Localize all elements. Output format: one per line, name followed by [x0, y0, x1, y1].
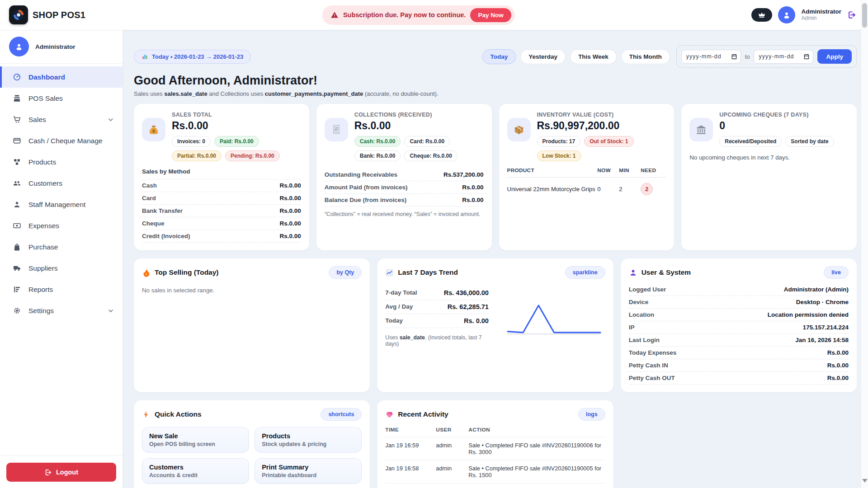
- stock-now: 0: [597, 186, 619, 192]
- kv-label: Avg / Day: [385, 303, 413, 310]
- kv-value: Location permission denied: [768, 311, 849, 318]
- kv-label: Card: [142, 195, 156, 202]
- quick-action-customers[interactable]: Customers Accounts & credit: [142, 458, 249, 484]
- card-badge: Card: Rs.0.00: [404, 136, 450, 147]
- boxes-icon: [13, 158, 21, 166]
- sidebar-item-customers[interactable]: Customers: [0, 173, 123, 194]
- quick-action-print-summary[interactable]: Print Summary Printable dashboard: [255, 458, 362, 484]
- filter-this-week-button[interactable]: This Week: [570, 49, 617, 64]
- product-name: Universal 22mm Motorcycle Grips: [507, 186, 598, 192]
- quick-action-products[interactable]: Products Stock updates & pricing: [255, 427, 362, 453]
- quick-actions-panel: Quick Actions shortcuts New Sale Open PO…: [134, 400, 370, 488]
- kv-value: Administrator (Admin): [784, 286, 849, 293]
- quick-action-subtitle: Open POS billing screen: [149, 441, 242, 447]
- pay-now-button[interactable]: Pay Now: [470, 8, 511, 22]
- user-name: Administrator: [801, 8, 841, 15]
- sparkline-chart: [489, 286, 605, 347]
- invoices-badge: Invoices: 0: [172, 136, 211, 147]
- sidebar-item-staff[interactable]: Staff Management: [0, 194, 123, 215]
- sidebar-item-settings[interactable]: Settings: [0, 300, 123, 321]
- person-icon: [14, 42, 24, 52]
- subtitle-text: and Collections uses: [208, 90, 265, 97]
- brand-logo-icon: [9, 5, 28, 24]
- date-from-input[interactable]: [681, 50, 741, 64]
- kv-value: Rs. 0.00: [464, 317, 489, 324]
- scrollbar[interactable]: [861, 0, 868, 488]
- kv-value: Desktop · Chrome: [796, 299, 849, 305]
- sidebar-item-sales[interactable]: Sales: [0, 109, 123, 130]
- sales-total-value: Rs.0.00: [172, 120, 301, 132]
- kv-row: Petty Cash OUTRs.0.00: [629, 372, 849, 385]
- panel-title: Top Selling (Today): [155, 268, 219, 277]
- filter-today-button[interactable]: Today: [482, 49, 516, 64]
- panel-title: Recent Activity: [398, 410, 448, 418]
- chevron-down-icon: [107, 307, 114, 314]
- subscription-alert: Subscription due. Pay now to continue. P…: [322, 5, 515, 25]
- kv-row: Amount Paid (from invoices)Rs.0.00: [325, 181, 484, 194]
- kv-row: Avg / DayRs. 62,285.71: [385, 300, 489, 314]
- lightning-icon: [142, 410, 151, 419]
- kv-value: Rs.0.00: [279, 182, 301, 189]
- quick-action-title: New Sale: [149, 432, 242, 440]
- kv-row: CashRs.0.00: [142, 179, 301, 192]
- sidebar-nav: Dashboard POS Sales Sales Cash / Cheque …: [0, 64, 123, 321]
- activity-user: admin: [436, 465, 468, 479]
- trend-sparkline-line: [508, 305, 600, 333]
- sidebar-item-products[interactable]: Products: [0, 151, 123, 173]
- filter-this-month-button[interactable]: This Month: [621, 49, 670, 64]
- cash-badge: Cash: Rs.0.00: [354, 136, 401, 147]
- kv-row: 7-day TotalRs. 436,000.00: [385, 286, 489, 300]
- activity-action: Sale • Completed FIFO sale #INV202601190…: [468, 465, 605, 479]
- logout-button[interactable]: Logout: [6, 463, 116, 482]
- user-avatar[interactable]: [778, 6, 795, 23]
- receipt-icon: [325, 118, 348, 141]
- card-title: SALES TOTAL: [172, 112, 301, 118]
- kv-value: Rs.0.00: [827, 375, 849, 381]
- to-label: to: [745, 53, 750, 60]
- sidebar-footer: Logout: [0, 455, 123, 488]
- filter-yesterday-button[interactable]: Yesterday: [520, 49, 566, 64]
- kv-label: Today Expenses: [629, 349, 677, 356]
- date-to-input[interactable]: [754, 50, 813, 64]
- logs-badge[interactable]: logs: [578, 408, 605, 421]
- premium-crown-button[interactable]: [751, 8, 772, 22]
- sidebar-item-expenses[interactable]: Expenses: [0, 215, 123, 236]
- kv-label: 7-day Total: [385, 289, 417, 296]
- date-filters: Today Yesterday This Week This Month to …: [482, 45, 857, 68]
- trend-chart-icon: [385, 268, 394, 277]
- logout-icon[interactable]: [847, 10, 856, 19]
- sidebar-item-cash-cheque[interactable]: Cash / Cheque Manage: [0, 130, 123, 151]
- subtitle-field-sales: sales.sale_date: [164, 90, 207, 97]
- scrollbar-down-arrow[interactable]: [862, 479, 868, 483]
- money-bag-icon: $: [142, 118, 165, 141]
- apply-button[interactable]: Apply: [817, 49, 852, 64]
- kv-row: Credit (Invoiced)Rs.0.00: [142, 230, 301, 243]
- stock-min: 2: [619, 186, 641, 192]
- sidebar-item-label: Reports: [28, 286, 53, 294]
- sidebar-item-suppliers[interactable]: Suppliers: [0, 258, 123, 279]
- kv-row: Outstanding ReceivablesRs.537,200.00: [325, 169, 484, 181]
- quick-action-title: Print Summary: [262, 464, 354, 471]
- panel-title: User & System: [642, 268, 691, 277]
- column-header-product: PRODUCT: [507, 167, 598, 174]
- trend-panel: Last 7 Days Trend sparkline 7-day TotalR…: [377, 258, 613, 392]
- kv-value: Rs.0.00: [279, 195, 301, 202]
- kv-row: DeviceDesktop · Chrome: [629, 296, 849, 309]
- scrollbar-thumb[interactable]: [862, 3, 867, 28]
- by-qty-badge[interactable]: by Qty: [329, 266, 362, 279]
- page-title: Good Afternoon, Administrator!: [134, 74, 857, 88]
- kv-row: CardRs.0.00: [142, 192, 301, 205]
- sidebar-item-dashboard[interactable]: Dashboard: [0, 66, 123, 88]
- sidebar-item-reports[interactable]: Reports: [0, 279, 123, 300]
- package-icon: [507, 118, 531, 141]
- sidebar-item-purchase[interactable]: Purchase: [0, 236, 123, 258]
- kv-label: IP: [629, 324, 635, 331]
- logout-label: Logout: [56, 469, 78, 476]
- topbar: SHOP POS1 Subscription due. Pay now to c…: [0, 0, 868, 30]
- sidebar-item-pos-sales[interactable]: POS Sales: [0, 88, 123, 109]
- crown-icon: [758, 11, 766, 19]
- quick-action-new-sale[interactable]: New Sale Open POS billing screen: [142, 427, 249, 453]
- sidebar-user-block: Administrator: [0, 30, 123, 64]
- kv-label: Balance Due (from invoices): [325, 197, 407, 203]
- card-title: INVENTORY VALUE (COST): [537, 112, 666, 118]
